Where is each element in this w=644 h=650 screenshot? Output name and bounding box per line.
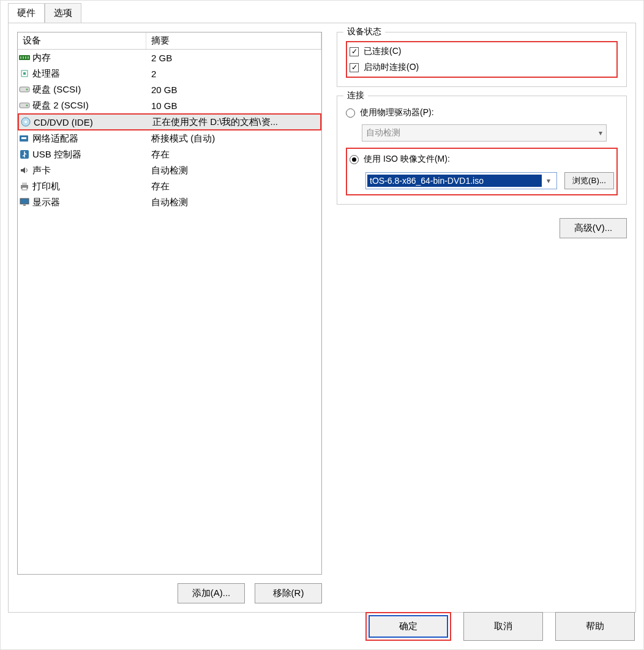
svg-rect-4 [28,56,29,59]
tab-hardware[interactable]: 硬件 [8,3,45,23]
svg-rect-18 [22,187,27,190]
device-row[interactable]: 硬盘 (SCSI)20 GB [18,81,321,97]
connect-poweron-checkbox[interactable]: ✓ [350,63,359,72]
device-row[interactable]: 声卡自动检测 [18,162,321,178]
cd-icon [19,117,32,127]
device-summary: 自动检测 [146,197,321,208]
svg-rect-1 [20,56,21,59]
device-name: 声卡 [31,165,146,176]
ok-button[interactable]: 确定 [369,615,448,638]
remove-button[interactable]: 移除(R) [255,583,322,603]
device-name: 打印机 [31,181,146,192]
iso-file-value: tOS-6.8-x86_64-bin-DVD1.iso [367,175,542,187]
svg-point-8 [26,89,28,91]
device-row[interactable]: USB 控制器存在 [18,146,321,162]
device-summary: 存在 [146,181,321,192]
col-summary: 摘要 [146,32,321,49]
connect-poweron-label: 启动时连接(O) [364,62,419,73]
highlight-status: ✓ 已连接(C) ✓ 启动时连接(O) [346,41,618,78]
svg-rect-2 [23,56,24,59]
svg-rect-19 [20,198,29,204]
device-list[interactable]: 设备 摘要 内存2 GB处理器2硬盘 (SCSI)20 GB硬盘 2 (SCSI… [17,32,322,575]
device-name: 硬盘 2 (SCSI) [31,100,146,111]
advanced-button[interactable]: 高级(V)... [560,218,627,238]
svg-rect-7 [20,87,29,92]
chevron-down-icon: ▾ [599,129,602,137]
device-row[interactable]: 处理器2 [18,66,321,81]
svg-point-10 [26,105,28,107]
svg-rect-6 [23,72,26,75]
device-summary: 桥接模式 (自动) [146,133,321,145]
cpu-icon [18,69,31,78]
device-row[interactable]: 显示器自动检测 [18,194,321,210]
usb-icon [18,149,31,159]
physical-drive-value: 自动检测 [366,127,400,138]
device-summary: 2 [146,69,321,79]
connected-checkbox[interactable]: ✓ [350,47,359,56]
device-name: 网络适配器 [31,133,146,145]
svg-point-12 [24,121,27,123]
svg-rect-3 [25,56,26,59]
iso-file-radio[interactable] [350,155,359,164]
connection-title: 连接 [343,90,368,101]
device-summary: 正在使用文件 D:\我的文档\资... [148,116,320,128]
tab-options[interactable]: 选项 [45,3,81,23]
device-name: 内存 [31,52,146,64]
highlight-ok: 确定 [365,612,451,641]
svg-rect-9 [20,103,29,108]
browse-button[interactable]: 浏览(B)... [564,172,614,189]
device-row[interactable]: 内存2 GB [18,50,321,66]
device-row[interactable]: 硬盘 2 (SCSI)10 GB [18,97,321,113]
svg-rect-17 [22,183,27,185]
connected-label: 已连接(C) [364,46,401,57]
device-row[interactable]: CD/DVD (IDE)正在使用文件 D:\我的文档\资... [18,113,321,130]
physical-drive-select: 自动检测 ▾ [362,124,607,142]
device-name: 硬盘 (SCSI) [31,84,146,96]
cancel-button[interactable]: 取消 [463,612,543,641]
device-row[interactable]: 打印机存在 [18,178,321,194]
device-summary: 存在 [146,149,321,161]
device-status-group: 设备状态 ✓ 已连接(C) ✓ 启动时连接(O) [337,32,627,87]
nic-icon [18,134,31,143]
svg-rect-14 [21,137,26,139]
device-status-title: 设备状态 [343,26,385,37]
svg-rect-20 [23,205,26,206]
hdd-icon [18,85,31,94]
col-device: 设备 [18,32,146,49]
chevron-down-icon[interactable]: ▾ [542,176,555,185]
sound-icon [18,165,31,175]
display-icon [18,197,31,207]
highlight-iso: 使用 ISO 映像文件(M): tOS-6.8-x86_64-bin-DVD1.… [346,148,618,195]
device-summary: 20 GB [146,85,321,95]
device-summary: 10 GB [146,100,321,111]
device-name: 处理器 [31,68,146,80]
physical-drive-radio[interactable] [346,108,355,118]
device-row[interactable]: 网络适配器桥接模式 (自动) [18,130,321,146]
memory-icon [18,53,31,62]
add-button[interactable]: 添加(A)... [178,583,245,603]
printer-icon [18,181,31,191]
device-summary: 自动检测 [146,165,321,176]
device-summary: 2 GB [146,53,321,63]
iso-file-combobox[interactable]: tOS-6.8-x86_64-bin-DVD1.iso ▾ [365,172,557,189]
device-list-header: 设备 摘要 [18,32,321,50]
device-name: CD/DVD (IDE) [32,117,148,127]
iso-file-label: 使用 ISO 映像文件(M): [364,154,450,165]
device-name: 显示器 [31,197,146,208]
hdd-icon [18,101,31,110]
help-button[interactable]: 帮助 [555,612,635,641]
physical-drive-label: 使用物理驱动器(P): [360,107,434,118]
connection-group: 连接 使用物理驱动器(P): 自动检测 ▾ 使用 ISO 映像文件(M): [337,96,627,205]
device-name: USB 控制器 [31,149,146,161]
